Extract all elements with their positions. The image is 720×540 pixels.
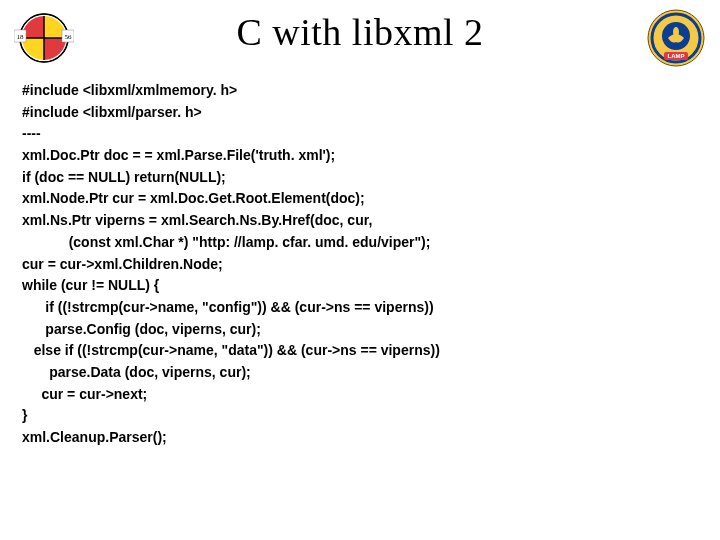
code-block: #include <libxml/xmlmemory. h> #include … bbox=[22, 80, 698, 449]
slide-title: C with libxml 2 bbox=[0, 10, 720, 54]
slide: 18 56 LAMP C with libxml 2 #include <lib… bbox=[0, 0, 720, 540]
